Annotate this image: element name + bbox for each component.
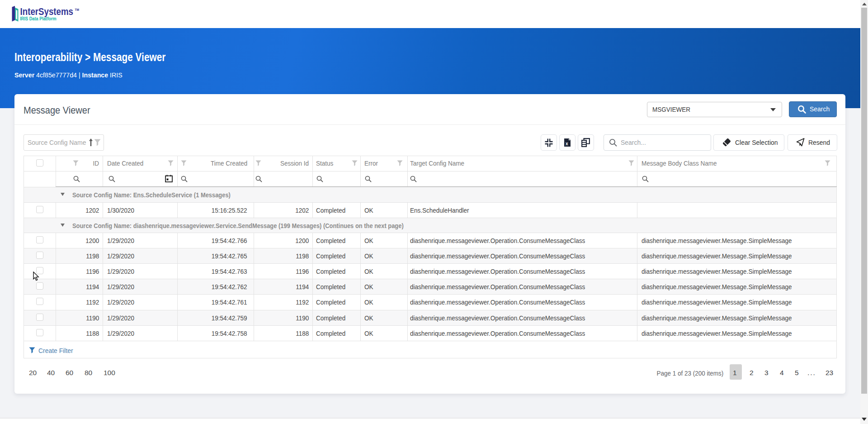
svg-text:x: x	[566, 141, 568, 146]
svg-text:TM: TM	[75, 8, 79, 11]
svg-text:IRIS Data Platform: IRIS Data Platform	[20, 16, 57, 22]
svg-text:InterSystems: InterSystems	[20, 6, 73, 17]
